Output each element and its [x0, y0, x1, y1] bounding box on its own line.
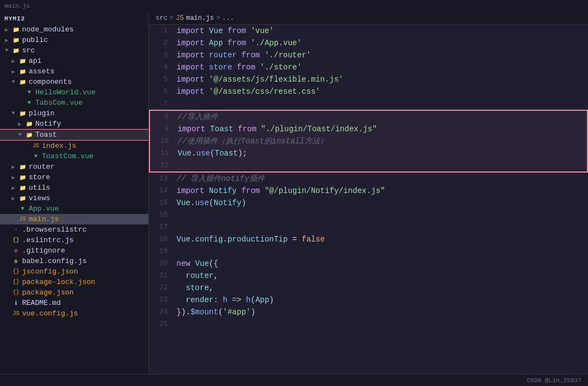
table-row: 1import Vue from 'vue' — [149, 25, 588, 37]
sidebar-item-Toast[interactable]: ▼ 📁 Toast — [0, 129, 148, 141]
file-label: src — [21, 46, 148, 55]
sidebar-item-api[interactable]: ▶ 📁 api — [0, 56, 148, 66]
file-label: .gitignore — [21, 246, 148, 255]
file-icon: ℹ — [11, 300, 21, 307]
table-row: 10//使用插件（执行Toast的install方法） — [150, 135, 587, 147]
line-content: Vue.use(Toast); — [178, 147, 587, 159]
table-row: 17 — [149, 221, 588, 233]
sidebar-item-.gitignore[interactable]: ⊙ .gitignore — [0, 245, 148, 256]
line-number: 20 — [149, 258, 177, 270]
line-content: //导入插件 — [178, 111, 587, 123]
tree-arrow: ▶ — [9, 185, 18, 191]
line-number: 15 — [149, 197, 177, 209]
breadcrumb-file: main.js — [186, 14, 213, 22]
sidebar-item-babel.config.js[interactable]: ⚙ babel.config.js — [0, 256, 148, 266]
sidebar-item-vue.config.js[interactable]: JS vue.config.js — [0, 308, 148, 319]
line-number: 22 — [149, 282, 177, 294]
file-icon: 📁 — [18, 58, 28, 65]
code-editor[interactable]: 1import Vue from 'vue'2import App from '… — [149, 25, 588, 374]
status-bar: CSDN @Lin_25937 — [0, 374, 588, 386]
sidebar-item-ToastCom.vue[interactable]: ▼ ToastCom.vue — [0, 151, 148, 162]
sidebar-item-.eslintrc.js[interactable]: {} .eslintrc.js — [0, 235, 148, 245]
sidebar-item-HelloWorld.vue[interactable]: ▼ HelloWorld.vue — [0, 87, 148, 98]
file-icon: 📁 — [11, 26, 21, 33]
table-row: 16 — [149, 209, 588, 221]
line-number: 23 — [149, 294, 177, 306]
breadcrumb: src > JS main.js > ... — [149, 12, 588, 25]
file-label: .eslintrc.js — [21, 236, 148, 244]
sidebar-item-README.md[interactable]: ℹ README.md — [0, 298, 148, 308]
sidebar-item-store[interactable]: ▶ 📁 store — [0, 172, 148, 183]
sidebar-item-node_modules[interactable]: ▶ 📁 node_modules — [0, 24, 148, 35]
file-label: store — [28, 173, 148, 181]
table-row: 18Vue.config.productionTip = false — [149, 233, 588, 245]
line-content: import '@/assets/js/flexible.min.js' — [177, 73, 588, 85]
tree-arrow: ▼ — [9, 79, 18, 85]
sidebar-item-.browserslistrc[interactable]: · .browserslistrc — [0, 224, 148, 235]
sidebar: MYMI2 ▶ 📁 node_modules ▶ 📁 public ▼ 📁 sr… — [0, 12, 149, 374]
line-number: 9 — [150, 123, 178, 135]
file-icon: {} — [11, 279, 21, 285]
table-row: 20new Vue({ — [149, 258, 588, 270]
file-label: main.js — [28, 215, 148, 223]
sidebar-item-package-lock.json[interactable]: {} package-lock.json — [0, 277, 148, 287]
sidebar-item-utils[interactable]: ▶ 📁 utils — [0, 183, 148, 193]
line-content: //使用插件（执行Toast的install方法） — [178, 135, 587, 147]
file-label: ToastCom.vue — [41, 152, 148, 160]
tree-arrow: ▼ — [9, 110, 18, 116]
line-number: 2 — [149, 37, 177, 49]
sidebar-item-Notify[interactable]: ▶ 📁 Notify — [0, 119, 148, 129]
sidebar-item-package.json[interactable]: {} package.json — [0, 287, 148, 298]
tree-arrow: ▶ — [15, 121, 24, 127]
line-number: 3 — [149, 49, 177, 61]
file-icon: ▼ — [18, 206, 28, 212]
sidebar-item-src[interactable]: ▼ 📁 src — [0, 45, 148, 56]
line-number: 6 — [149, 85, 177, 98]
file-icon: JS — [31, 143, 41, 149]
table-row: 24}).$mount('#app') — [149, 306, 588, 318]
file-icon: ⊙ — [11, 248, 21, 254]
line-number: 16 — [149, 209, 177, 221]
file-label: views — [28, 194, 148, 202]
sidebar-item-index.js[interactable]: JS index.js — [0, 141, 148, 151]
file-label: node_modules — [21, 25, 148, 34]
editor-area: src > JS main.js > ... 1import Vue from … — [149, 12, 588, 374]
sidebar-item-assets[interactable]: ▶ 📁 assets — [0, 66, 148, 77]
line-number: 25 — [149, 318, 177, 330]
tree-arrow: ▶ — [2, 26, 11, 33]
sidebar-item-jsconfig.json[interactable]: {} jsconfig.json — [0, 266, 148, 277]
file-label: components — [28, 78, 148, 86]
file-icon: 📁 — [18, 195, 28, 202]
sidebar-item-TabsCom.vue[interactable]: ▼ TabsCom.vue — [0, 98, 148, 108]
file-icon: 📁 — [24, 132, 34, 138]
line-number: 24 — [149, 306, 177, 318]
sidebar-tree: ▶ 📁 node_modules ▶ 📁 public ▼ 📁 src ▶ 📁 … — [0, 24, 148, 319]
file-icon: 📁 — [11, 47, 21, 54]
sidebar-item-components[interactable]: ▼ 📁 components — [0, 77, 148, 87]
attribution: CSDN @Lin_25937 — [527, 377, 581, 384]
table-row: 4import store from './store' — [149, 61, 588, 73]
line-number: 4 — [149, 61, 177, 73]
line-content: import router from './router' — [177, 49, 588, 61]
table-row: 12 — [150, 159, 587, 171]
sidebar-item-router[interactable]: ▶ 📁 router — [0, 162, 148, 172]
breadcrumb-src: src — [156, 14, 168, 22]
file-icon: {} — [11, 269, 21, 275]
tree-arrow: ▼ — [15, 132, 24, 138]
line-content: import Notify from "@/plugin/Notify/inde… — [177, 185, 588, 197]
code-lines: 1import Vue from 'vue'2import App from '… — [149, 25, 588, 374]
sidebar-item-public[interactable]: ▶ 📁 public — [0, 35, 148, 45]
file-label: TabsCom.vue — [34, 99, 148, 107]
line-number: 17 — [149, 221, 177, 233]
sidebar-item-main.js[interactable]: JS main.js — [0, 214, 148, 224]
sidebar-item-views[interactable]: ▶ 📁 views — [0, 193, 148, 203]
file-label: router — [28, 163, 148, 171]
file-label: utils — [28, 184, 148, 192]
table-row: 21 router, — [149, 270, 588, 282]
file-label: assets — [28, 67, 148, 76]
sidebar-item-plugin[interactable]: ▼ 📁 plugin — [0, 108, 148, 119]
sidebar-item-App.vue[interactable]: ▼ App.vue — [0, 203, 148, 214]
file-icon: ▼ — [24, 89, 34, 95]
file-label: .browserslistrc — [21, 226, 148, 234]
file-label: App.vue — [28, 205, 148, 213]
